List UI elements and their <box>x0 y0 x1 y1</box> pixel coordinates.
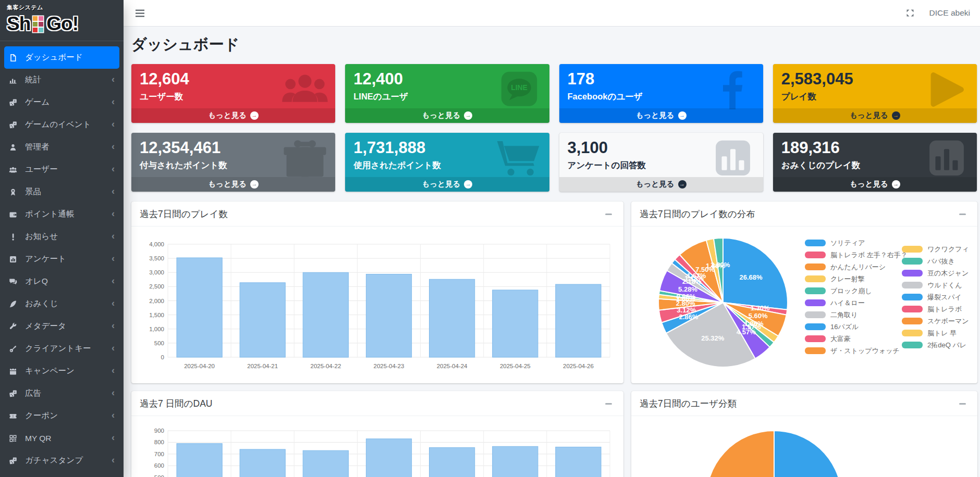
bar-chart-container: 0100200300400500600700800900 <box>131 416 623 477</box>
legend-label: 豆の木ジャン <box>927 269 969 278</box>
legend-item[interactable]: ソリティア <box>805 237 908 249</box>
collapse-minus-icon[interactable] <box>956 209 969 219</box>
more-link[interactable]: もっと見る→ <box>773 108 977 123</box>
legend-item[interactable]: ウルドくん <box>902 279 971 291</box>
survey-icon <box>9 255 21 263</box>
svg-text:2.86%: 2.86% <box>679 313 698 321</box>
legend-item[interactable]: 爆裂スパイ <box>902 291 971 303</box>
more-link[interactable]: もっと見る→ <box>773 177 977 192</box>
more-link[interactable]: もっと見る→ <box>559 108 763 123</box>
key-icon <box>9 345 21 353</box>
sidebar-item-9[interactable]: アンケート‹ <box>4 248 119 270</box>
sidebar-item-label: ゲームのイベント <box>25 119 112 130</box>
panel-plays: 過去7日間のプレイ数 05001,0001,5002,0002,5003,000… <box>131 202 623 383</box>
sidebar-item-12[interactable]: メタデータ‹ <box>4 315 119 337</box>
more-link[interactable]: もっと見る→ <box>131 108 335 123</box>
legend-item[interactable]: かんたんリバーシ <box>805 261 908 273</box>
more-link[interactable]: もっと見る→ <box>559 177 763 192</box>
svg-text:4.57%: 4.57% <box>737 328 756 336</box>
sidebar-item-label: MY QR <box>25 434 112 443</box>
more-label: もっと見る <box>850 110 888 120</box>
legend-item[interactable]: 16パズル <box>805 321 908 333</box>
arrow-circle-right-icon: → <box>464 111 472 120</box>
sidebar-item-11[interactable]: おみくじ‹ <box>4 293 119 315</box>
collapse-minus-icon[interactable] <box>956 399 969 408</box>
more-label: もっと見る <box>850 179 888 189</box>
legend-swatch <box>902 258 923 265</box>
legend-swatch <box>902 330 923 336</box>
svg-text:500: 500 <box>154 340 164 346</box>
stat-value: 12,604 <box>140 70 327 89</box>
legend-item[interactable]: 2拓deQ バレ <box>902 339 971 351</box>
stat-label: 使用されたポイント数 <box>353 160 541 171</box>
sidebar-item-18[interactable]: ガチャスタンプ‹ <box>4 449 119 472</box>
user-name[interactable]: DICE abeki <box>929 8 970 18</box>
legend-label: 脳トレ 早 <box>927 329 957 338</box>
legend-swatch <box>805 335 826 342</box>
chevron-left-icon: ‹ <box>112 455 115 466</box>
more-link[interactable]: もっと見る→ <box>131 177 335 192</box>
more-link[interactable]: もっと見る→ <box>345 177 549 192</box>
sidebar-item-15[interactable]: 広告‹ <box>4 382 119 405</box>
collapse-minus-icon[interactable] <box>602 399 615 408</box>
legend-item[interactable]: 脳トレラボ 左手？右手？ <box>805 249 908 261</box>
sidebar-item-2[interactable]: ゲーム‹ <box>4 91 119 114</box>
legend-item[interactable]: 脳トレ 早 <box>902 327 971 339</box>
stat-card-2: 178Facebookのユーザもっと見る→ <box>559 64 763 123</box>
sidebar-item-16[interactable]: クーポン‹ <box>4 405 119 427</box>
arrow-circle-right-icon: → <box>464 180 472 189</box>
legend-item[interactable]: 豆の木ジャン <box>902 267 971 279</box>
legend-label: ワクワクフィ <box>927 245 969 254</box>
sidebar-item-5[interactable]: ユーザー‹ <box>4 158 119 181</box>
collapse-minus-icon[interactable] <box>602 209 615 219</box>
bar-chart: 05001,0001,5002,0002,5003,0003,5004,0002… <box>138 231 617 379</box>
main-area: DICE abeki ダッシュボード 12,604ユーザー数もっと見る→12,4… <box>124 0 980 477</box>
legend-item[interactable]: スケボーマン <box>902 315 971 327</box>
users-icon <box>9 166 21 174</box>
legend-item[interactable]: ブロック崩し <box>805 285 908 297</box>
sidebar-item-7[interactable]: ポイント通帳‹ <box>4 203 119 225</box>
stats-icon <box>9 76 21 84</box>
svg-text:2.30%: 2.30% <box>710 261 730 269</box>
legend-swatch <box>805 299 826 306</box>
hamburger-menu-icon[interactable] <box>133 7 146 19</box>
legend-item[interactable]: 二角取り <box>805 309 908 321</box>
brand-system-label: 集客システム <box>7 4 117 11</box>
legend-label: ブロック崩し <box>830 286 872 296</box>
stat-label: アンケートの回答数 <box>568 160 755 171</box>
legend-item[interactable]: ハイ＆ロー <box>805 297 908 309</box>
coupon-icon <box>9 412 21 420</box>
stat-value: 1,731,888 <box>353 139 541 157</box>
panel-distribution-header: 過去7日間のプレイ数の分布 <box>631 202 977 227</box>
sidebar-item-6[interactable]: 景品‹ <box>4 181 119 203</box>
sidebar-item-8[interactable]: お知らせ‹ <box>4 225 119 248</box>
sidebar-item-10[interactable]: オレQ‹ <box>4 270 119 293</box>
brand-logo[interactable]: 集客システム Sh Go! <box>0 0 124 41</box>
sidebar-item-4[interactable]: 管理者‹ <box>4 136 119 158</box>
more-link[interactable]: もっと見る→ <box>345 108 549 123</box>
sidebar-item-label: ユーザー <box>25 164 112 175</box>
stat-card-body: 12,354,461付与されたポイント数 <box>131 133 335 177</box>
fullscreen-expand-icon[interactable] <box>905 8 915 18</box>
sidebar-item-0[interactable]: ダッシュボード <box>4 46 119 69</box>
legend-item[interactable]: 大富豪 <box>805 333 908 345</box>
sidebar-item-13[interactable]: クライアントキー‹ <box>4 337 119 360</box>
legend-label: 16パズル <box>830 322 859 332</box>
sidebar-item-17[interactable]: MY QR‹ <box>4 427 119 449</box>
legend-item[interactable]: ババ抜き <box>902 255 971 267</box>
brand-logo-right: Go! <box>46 14 78 34</box>
stat-card-6: 3,100アンケートの回答数もっと見る→ <box>559 133 763 192</box>
legend-item[interactable]: クレー射撃 <box>805 273 908 285</box>
svg-text:3,000: 3,000 <box>149 269 164 275</box>
sidebar-item-14[interactable]: キャンペーン‹ <box>4 360 119 382</box>
chevron-left-icon: ‹ <box>112 254 115 265</box>
legend-item[interactable]: ザ・ストップウォッチ <box>805 345 908 357</box>
legend-item[interactable]: 脳トレラボ <box>902 303 971 315</box>
legend-item[interactable]: ワクワクフィ <box>902 243 971 255</box>
sidebar-item-3[interactable]: ゲームのイベント‹ <box>4 114 119 136</box>
passbook-icon <box>9 210 21 219</box>
chevron-left-icon: ‹ <box>112 186 115 197</box>
sidebar-item-1[interactable]: 統計‹ <box>4 69 119 91</box>
stat-card-body: 1,731,888使用されたポイント数 <box>345 133 549 177</box>
legend-swatch <box>902 294 923 300</box>
